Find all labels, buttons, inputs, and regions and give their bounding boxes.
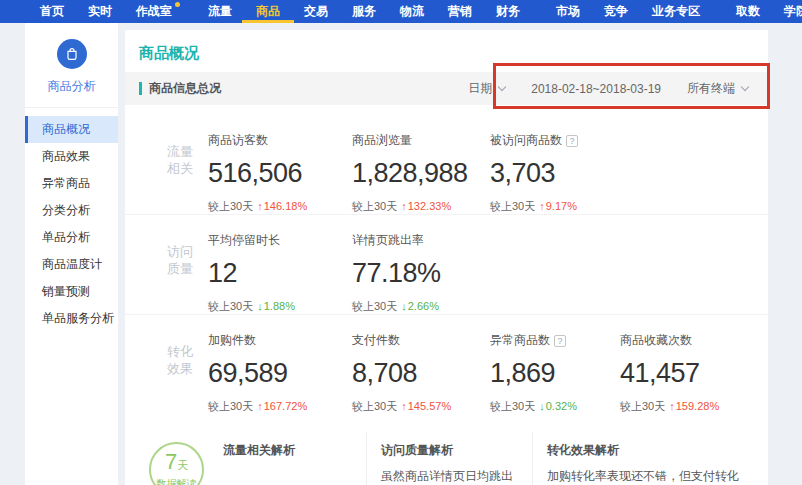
- nav-item-finance[interactable]: 财务: [484, 0, 532, 23]
- insight-title: 转化效果解析: [547, 442, 742, 459]
- metric-value: 41,457: [620, 358, 755, 389]
- sidebar-item-category-analysis[interactable]: 分类分析: [25, 197, 118, 224]
- down-arrow-icon: ↓: [539, 400, 545, 412]
- sidebar-item-product-overview[interactable]: 商品概况: [25, 116, 118, 143]
- metric-value: 77.18%: [352, 258, 477, 289]
- nav-item-logistics[interactable]: 物流: [388, 0, 436, 23]
- metric-product-views: 商品浏览量 1,828,988 较上30天↑132.33%: [352, 115, 477, 214]
- nav-item-marketing[interactable]: 营销: [436, 0, 484, 23]
- up-arrow-icon: ↑: [539, 200, 545, 212]
- group-label: 流量相关: [165, 143, 195, 214]
- section-header-bar: 商品信息总况 日期 2018-02-18~2018-03-19 所有终端: [125, 72, 768, 105]
- down-arrow-icon: ↓: [401, 300, 407, 312]
- nav-item-product[interactable]: 商品: [244, 0, 292, 23]
- metric-visited-products: 被访问商品数? 3,703 较上30天↑9.17%: [490, 115, 607, 214]
- metric-value: 8,708: [352, 358, 477, 389]
- nav-item-academy[interactable]: 学院: [772, 0, 802, 23]
- nav-item-data-fetch[interactable]: 取数: [724, 0, 772, 23]
- metric-product-visitors: 商品访客数 516,506 较上30天↑146.18%: [208, 115, 339, 214]
- sidebar-item-sales-forecast[interactable]: 销量预测: [25, 278, 118, 305]
- up-arrow-icon: ↑: [257, 400, 263, 412]
- nav-item-traffic[interactable]: 流量: [196, 0, 244, 23]
- page-title: 商品概况: [125, 30, 768, 72]
- sidebar-item-product-thermometer[interactable]: 商品温度计: [25, 251, 118, 278]
- sidebar: 商品分析 商品概况 商品效果 异常商品 分类分析 单品分析 商品温度计 销量预测…: [25, 23, 118, 485]
- help-icon[interactable]: ?: [554, 335, 566, 347]
- nav-item-realtime[interactable]: 实时: [76, 0, 124, 23]
- insights-section: 7天 数据解读 流量相关解析 访问质量解析 虽然商品详情页日均跳出率比同行平均好…: [125, 432, 768, 485]
- seven-day-badge: 7天 数据解读: [149, 442, 204, 485]
- nav-item-competition[interactable]: 竞争: [592, 0, 640, 23]
- metric-value: 3,703: [490, 158, 607, 189]
- metric-value: 69,589: [208, 358, 339, 389]
- insight-title: 流量相关解析: [223, 442, 354, 459]
- nav-item-business-zone[interactable]: 业务专区: [640, 0, 712, 23]
- insight-body: 虽然商品详情页日均跳出率比同行平均好，但平均停留时间低于同行平均，请关注页面搭建…: [381, 468, 520, 485]
- notification-dot-icon: [175, 2, 180, 7]
- metric-rows: 流量相关 商品访客数 516,506 较上30天↑146.18% 商品浏览量 1…: [125, 115, 768, 420]
- insight-title: 访问质量解析: [381, 442, 520, 459]
- terminal-dropdown[interactable]: 所有终端: [687, 80, 748, 97]
- sidebar-menu: 商品概况 商品效果 异常商品 分类分析 单品分析 商品温度计 销量预测 单品服务…: [25, 116, 118, 332]
- active-tab-underline: [242, 20, 294, 23]
- insight-conversion: 转化效果解析 加购转化率表现还不错，但支付转化率低于同行平均，赶快到异常商品并结…: [532, 432, 754, 485]
- nav-item-service[interactable]: 服务: [340, 0, 388, 23]
- metric-row-traffic: 流量相关 商品访客数 516,506 较上30天↑146.18% 商品浏览量 1…: [125, 115, 768, 215]
- nav-item-market[interactable]: 市场: [544, 0, 592, 23]
- nav-item-trade[interactable]: 交易: [292, 0, 340, 23]
- date-type-label: 日期: [468, 80, 492, 97]
- metric-cart-adds: 加购件数 69,589 较上30天↑167.72%: [208, 315, 339, 420]
- up-arrow-icon: ↑: [401, 200, 407, 212]
- chevron-down-icon: [498, 83, 506, 91]
- sidebar-item-product-effect[interactable]: 商品效果: [25, 143, 118, 170]
- nav-item-label: 商品: [256, 4, 280, 18]
- section-tick-marker: [139, 82, 142, 95]
- metric-favorites: 商品收藏次数 41,457 较上30天↑159.28%: [620, 315, 755, 420]
- insight-body: 加购转化率表现还不错，但支付转化率低于同行平均，赶快到异常商品并结合使用商品温度…: [547, 468, 742, 485]
- main-content: 商品概况 商品信息总况 日期 2018-02-18~2018-03-19 所有终…: [125, 30, 768, 485]
- section-title: 商品信息总况: [149, 80, 221, 97]
- metric-abnormal-products: 异常商品数? 1,869 较上30天↓0.32%: [490, 315, 607, 420]
- nav-item-war-room[interactable]: 作战室: [124, 0, 184, 23]
- shopping-bag-icon: [57, 39, 87, 69]
- chevron-down-icon: [741, 83, 749, 91]
- metric-row-conversion: 转化效果 加购件数 69,589 较上30天↑167.72% 支付件数 8,70…: [125, 315, 768, 420]
- up-arrow-icon: ↑: [257, 200, 263, 212]
- metric-avg-stay-time: 平均停留时长 12 较上30天↓1.88%: [208, 215, 339, 314]
- metric-value: 516,506: [208, 158, 339, 189]
- metric-value: 1,828,988: [352, 158, 477, 189]
- help-icon[interactable]: ?: [566, 135, 578, 147]
- terminal-label: 所有终端: [687, 80, 735, 97]
- metric-row-visit-quality: 访问质量 平均停留时长 12 较上30天↓1.88% 详情页跳出率 77.18%…: [125, 215, 768, 315]
- sidebar-item-product-service-analysis[interactable]: 单品服务分析: [25, 305, 118, 332]
- metric-detail-bounce-rate: 详情页跳出率 77.18% 较上30天↓2.66%: [352, 215, 477, 314]
- filter-group: 日期 2018-02-18~2018-03-19 所有终端: [468, 80, 748, 97]
- down-arrow-icon: ↓: [257, 300, 263, 312]
- up-arrow-icon: ↑: [669, 400, 675, 412]
- up-arrow-icon: ↑: [401, 400, 407, 412]
- metric-value: 12: [208, 258, 339, 289]
- group-label: 访问质量: [165, 243, 195, 314]
- sidebar-section-title: 商品分析: [25, 78, 118, 95]
- date-range-picker[interactable]: 2018-02-18~2018-03-19: [531, 82, 661, 96]
- top-nav: 首页 实时 作战室 流量 商品 交易 服务 物流 营销 财务 市场 竞争 业务专…: [0, 0, 802, 23]
- metric-value: 1,869: [490, 358, 607, 389]
- group-label: 转化效果: [165, 343, 195, 420]
- sidebar-item-single-product-analysis[interactable]: 单品分析: [25, 224, 118, 251]
- date-type-dropdown[interactable]: 日期: [468, 80, 505, 97]
- insight-visit-quality: 访问质量解析 虽然商品详情页日均跳出率比同行平均好，但平均停留时间低于同行平均，…: [366, 432, 532, 485]
- nav-item-label: 作战室: [136, 4, 172, 18]
- metric-paid-items: 支付件数 8,708 较上30天↑145.57%: [352, 315, 477, 420]
- sidebar-item-abnormal-products[interactable]: 异常商品: [25, 170, 118, 197]
- nav-item-home[interactable]: 首页: [28, 0, 76, 23]
- sidebar-header: 商品分析: [25, 23, 118, 108]
- insight-traffic: 流量相关解析: [209, 432, 366, 485]
